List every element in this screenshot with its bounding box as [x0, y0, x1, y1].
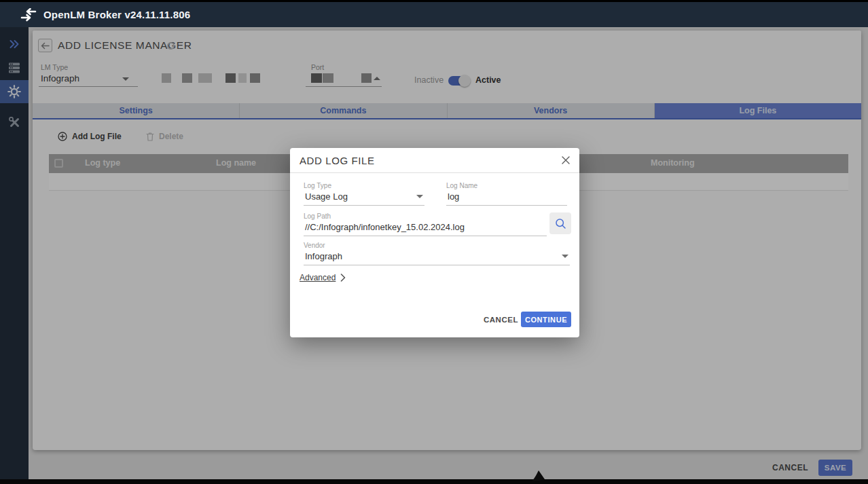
mouse-cursor [530, 470, 546, 481]
browse-log-path-button[interactable] [549, 212, 571, 234]
log-name-input[interactable] [448, 191, 566, 202]
log-path-label: Log Path [304, 212, 547, 220]
dialog-cancel-button[interactable]: CANCEL [484, 316, 518, 324]
vendor-label: Vendor [304, 242, 570, 249]
log-type-label: Log Type [304, 182, 424, 189]
bottom-black-strip [0, 479, 868, 484]
dialog-header: ADD LOG FILE [290, 148, 579, 173]
log-type-value: Usage Log [305, 191, 348, 202]
log-path-input[interactable] [305, 222, 545, 232]
dialog-title: ADD LOG FILE [300, 155, 375, 166]
log-name-field: Log Name [446, 182, 567, 206]
log-type-select[interactable]: Log Type Usage Log [304, 182, 424, 206]
close-icon[interactable] [560, 155, 571, 166]
add-log-file-dialog: ADD LOG FILE Log Type Usage Log Log Name… [290, 148, 579, 337]
advanced-label: Advanced [300, 273, 336, 282]
log-name-label: Log Name [446, 182, 567, 189]
openlm-logo-icon [20, 8, 37, 22]
chevron-down-icon [562, 255, 568, 258]
advanced-link[interactable]: Advanced [300, 273, 346, 282]
chevron-right-icon [340, 274, 346, 282]
app-title: OpenLM Broker v24.11.11.806 [43, 2, 190, 27]
search-icon [555, 218, 566, 229]
chevron-down-icon [416, 195, 423, 198]
vendor-select[interactable]: Vendor Infograph [304, 242, 570, 265]
app-top-bar: OpenLM Broker v24.11.11.806 [0, 0, 868, 27]
dialog-continue-button[interactable]: CONTINUE [521, 312, 571, 327]
vendor-value: Infograph [305, 251, 342, 261]
log-path-field: Log Path [304, 212, 547, 236]
